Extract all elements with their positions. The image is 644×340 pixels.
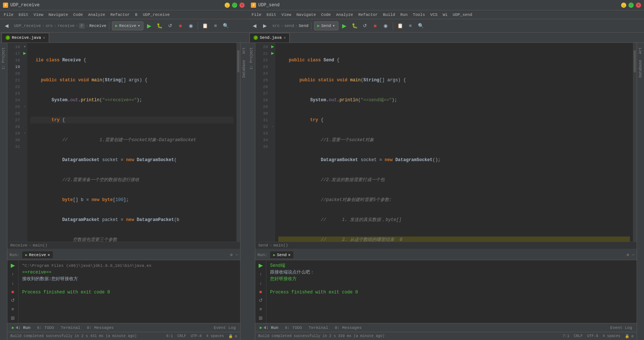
right-menu-navigate[interactable]: Navigate xyxy=(294,12,318,18)
right-run-btn[interactable]: ▶ xyxy=(340,21,349,30)
left-run-up[interactable]: ↑ xyxy=(9,271,17,278)
left-run-extra2[interactable]: ⊞ xyxy=(9,314,17,322)
right-sep2 xyxy=(393,22,393,30)
left-minimize-btn[interactable]: _ xyxy=(225,3,230,8)
right-bt-eventlog[interactable]: Event Log xyxy=(607,325,635,331)
left-bt-run[interactable]: ▶ 4: Run xyxy=(9,324,33,331)
right-db-tab[interactable]: Database xyxy=(638,57,643,81)
right-coverage-btn[interactable]: ◉ xyxy=(381,21,390,30)
left-bt-todo[interactable]: 6: TODO xyxy=(34,325,57,331)
left-coverage-btn[interactable]: ◉ xyxy=(186,21,195,30)
fg-21 xyxy=(22,77,27,84)
right-menu-view[interactable]: View xyxy=(279,12,293,18)
right-search-btn[interactable]: 🔍 xyxy=(416,21,425,30)
right-menu-file[interactable]: File xyxy=(249,12,263,18)
left-tab-receive[interactable]: J Receive.java ✕ xyxy=(1,33,49,42)
left-stop-btn[interactable]: ■ xyxy=(176,21,185,30)
right-sdk-btn[interactable]: 📋 xyxy=(396,21,405,30)
right-art-tab[interactable]: Art xyxy=(638,44,643,57)
right-maximize-btn[interactable]: □ xyxy=(628,3,634,8)
left-sdk-btn[interactable]: 📋 xyxy=(201,21,209,30)
right-menu-run[interactable]: Run xyxy=(398,12,410,18)
right-run-stop[interactable]: ■ xyxy=(257,288,265,295)
right-run-extra1[interactable]: ≡ xyxy=(257,306,265,313)
right-run-tab[interactable]: ▶ Send ✕ xyxy=(270,251,293,258)
left-tab-close[interactable]: ✕ xyxy=(43,35,45,40)
left-run-tab[interactable]: ▶ Receive ✕ xyxy=(22,251,53,258)
right-close-btn[interactable]: ✕ xyxy=(636,3,641,8)
right-bt-todo[interactable]: 6: TODO xyxy=(282,325,305,331)
right-run-up[interactable]: ↑ xyxy=(257,271,265,278)
right-scroll-indicator[interactable] xyxy=(633,43,637,242)
left-menu-udp[interactable]: UDP_receive xyxy=(141,12,172,18)
left-debug-btn[interactable]: 🐛 xyxy=(155,21,164,30)
right-run-minimize[interactable]: − xyxy=(632,253,634,257)
right-bt-messages[interactable]: 0: Messages xyxy=(332,325,365,331)
right-menu-analyze[interactable]: Analyze xyxy=(334,12,355,18)
left-maximize-btn[interactable]: □ xyxy=(232,3,237,8)
ln-29: 29 xyxy=(7,130,20,137)
left-project-tab[interactable]: 1: Project xyxy=(1,44,6,72)
left-run-config[interactable]: ▶ Receive ▾ xyxy=(112,21,143,30)
right-structure-btn[interactable]: ≡ xyxy=(406,21,415,30)
left-bt-eventlog[interactable]: Event Log xyxy=(211,325,239,331)
right-code-content[interactable]: public class Send { public static void m… xyxy=(275,43,633,242)
right-menu-udp[interactable]: UDP_send xyxy=(450,12,474,18)
right-menu-refactor[interactable]: Refactor xyxy=(356,12,380,18)
left-close-btn[interactable]: ✕ xyxy=(239,3,245,8)
right-menu-vcs[interactable]: VCS xyxy=(428,12,440,18)
right-stop-btn[interactable]: ■ xyxy=(371,21,380,30)
left-menu-refactor[interactable]: Refactor xyxy=(108,12,132,18)
left-art-tab[interactable]: Art xyxy=(241,44,247,57)
right-menu-wi[interactable]: Wi xyxy=(440,12,450,18)
left-rerun-btn[interactable]: ↺ xyxy=(166,21,174,30)
right-tab-send[interactable]: J Send.java ✕ xyxy=(249,33,290,42)
left-menu-build[interactable]: B xyxy=(133,12,140,18)
right-tab-close[interactable]: ✕ xyxy=(283,35,286,40)
left-run-rerun[interactable]: ↺ xyxy=(9,297,17,304)
left-menu-analyze[interactable]: Analyze xyxy=(86,12,107,18)
right-bt-terminal[interactable]: Terminal xyxy=(306,325,331,331)
left-search-btn[interactable]: 🔍 xyxy=(221,21,230,30)
right-bt-run[interactable]: ▶ 4: Run xyxy=(257,324,281,331)
right-run-down[interactable]: ↓ xyxy=(257,279,265,286)
right-run-tab-close[interactable]: ✕ xyxy=(288,252,291,257)
left-run-extra1[interactable]: ≡ xyxy=(9,306,17,313)
left-code-content[interactable]: ile class Receive { public static void m… xyxy=(27,43,236,242)
right-menu-tools[interactable]: Tools xyxy=(410,12,427,18)
left-menu-file[interactable]: File xyxy=(1,12,16,18)
left-bt-messages[interactable]: 0: Messages xyxy=(84,325,117,331)
right-back-btn[interactable]: ◀ xyxy=(250,21,259,30)
right-menu-build[interactable]: Build xyxy=(381,12,397,18)
right-run-send-label: Send端 xyxy=(270,262,633,269)
left-run-play[interactable]: ▶ xyxy=(9,262,17,269)
right-run-play[interactable]: ▶ xyxy=(257,262,265,269)
left-bt-terminal[interactable]: Terminal xyxy=(58,325,83,331)
left-back-btn[interactable]: ◀ xyxy=(2,21,11,30)
left-menu-navigate[interactable]: Navigate xyxy=(46,12,70,18)
left-run-tab-close[interactable]: ✕ xyxy=(48,252,50,257)
right-rerun-btn[interactable]: ↺ xyxy=(361,21,369,30)
right-run-rerun[interactable]: ↺ xyxy=(257,297,265,304)
left-scroll-indicator[interactable] xyxy=(236,43,240,242)
left-run-down[interactable]: ↓ xyxy=(9,279,17,286)
left-run-settings[interactable]: ⚙ xyxy=(230,252,233,257)
left-menu-view[interactable]: View xyxy=(31,12,45,18)
right-debug-btn[interactable]: 🐛 xyxy=(350,21,359,30)
right-run-extra2[interactable]: ⊞ xyxy=(257,314,265,322)
right-run-config[interactable]: ▶ Send ▾ xyxy=(314,21,338,30)
right-project-tab[interactable]: 1: Project xyxy=(249,44,254,72)
right-run-settings[interactable]: ⚙ xyxy=(627,252,629,257)
left-run-btn[interactable]: ▶ xyxy=(145,21,154,30)
left-menu-code[interactable]: Code xyxy=(71,12,85,18)
left-run-minimize[interactable]: − xyxy=(235,253,238,257)
right-menu-edit[interactable]: Edit xyxy=(264,12,278,18)
left-structure-btn[interactable]: ≡ xyxy=(211,21,220,30)
right-menu-code[interactable]: Code xyxy=(319,12,333,18)
left-run-stop[interactable]: ■ xyxy=(9,288,17,295)
right-minimize-btn[interactable]: _ xyxy=(621,3,626,8)
left-db-tab[interactable]: Database xyxy=(241,57,247,81)
rln-26: 26 xyxy=(255,84,268,90)
right-forward-btn[interactable]: ▶ xyxy=(260,21,269,30)
left-menu-edit[interactable]: Edit xyxy=(16,12,30,18)
